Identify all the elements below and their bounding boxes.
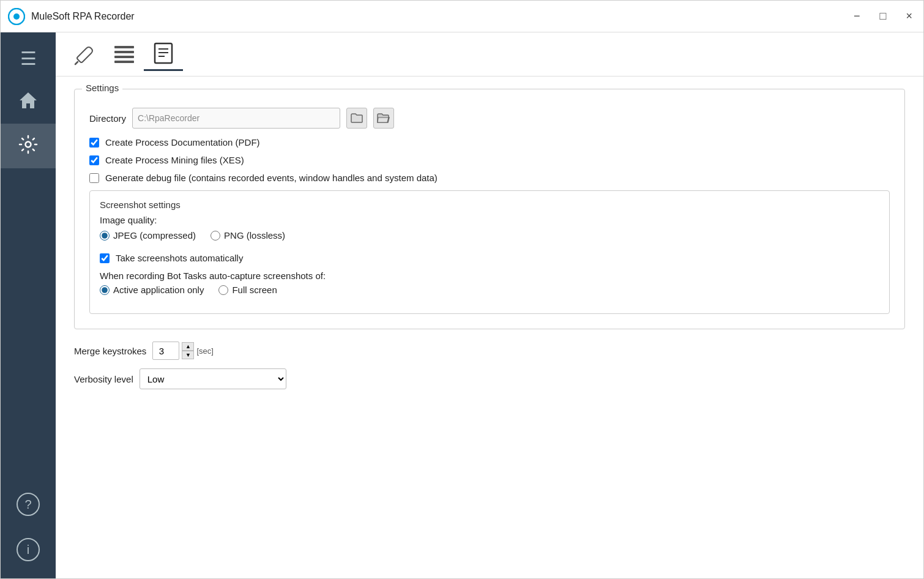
- toolbar-doc-button[interactable]: [144, 37, 183, 71]
- home-icon: [18, 90, 38, 113]
- merge-keystrokes-label: Merge keystrokes: [74, 346, 146, 356]
- maximize-button[interactable]: □: [876, 9, 890, 24]
- debug-file-label: Generate debug file (contains recorded e…: [105, 173, 438, 183]
- auto-screenshot-row: Take screenshots automatically: [100, 253, 879, 263]
- screenshot-section-title: Screenshot settings: [100, 200, 879, 210]
- browse-folder-button[interactable]: [346, 108, 367, 129]
- merge-keystrokes-unit: [sec]: [196, 346, 213, 356]
- full-screen-label: Full screen: [232, 285, 277, 295]
- main-layout: ☰ ?: [1, 32, 923, 578]
- folder-open-icon: [377, 113, 390, 124]
- settings-panel: Settings Directory: [56, 77, 923, 578]
- directory-input[interactable]: [132, 108, 340, 129]
- full-screen-radio[interactable]: [218, 285, 228, 295]
- titlebar: MuleSoft RPA Recorder − □ ×: [1, 1, 923, 32]
- svg-point-3: [26, 142, 31, 148]
- active-app-radio[interactable]: [100, 285, 110, 295]
- document-icon: [152, 42, 174, 64]
- create-xes-checkbox[interactable]: [89, 155, 99, 165]
- full-screen-radio-row: Full screen: [218, 285, 277, 295]
- open-folder-button[interactable]: [373, 108, 394, 129]
- minimize-button[interactable]: −: [850, 9, 864, 24]
- close-button[interactable]: ×: [902, 9, 916, 24]
- png-radio-row: PNG (lossless): [211, 230, 285, 241]
- sidebar-item-settings[interactable]: [1, 124, 56, 168]
- png-label: PNG (lossless): [224, 230, 285, 241]
- merge-keystrokes-spinner: ▲ ▼: [182, 342, 194, 359]
- menu-icon: ☰: [20, 50, 37, 68]
- sidebar-item-menu[interactable]: ☰: [1, 39, 56, 79]
- app-logo-icon: [8, 8, 25, 25]
- merge-keystrokes-row: Merge keystrokes ▲ ▼ [sec]: [74, 342, 905, 360]
- directory-label: Directory: [89, 113, 126, 124]
- svg-rect-8: [114, 61, 134, 63]
- merge-keystrokes-input[interactable]: [152, 342, 179, 360]
- settings-group-title: Settings: [82, 83, 122, 93]
- active-app-radio-row: Active application only: [100, 285, 204, 295]
- jpeg-radio-row: JPEG (compressed): [100, 230, 196, 241]
- create-pdf-label: Create Process Documentation (PDF): [105, 137, 260, 148]
- svg-rect-6: [114, 51, 134, 53]
- create-pdf-checkbox[interactable]: [89, 138, 99, 148]
- toolbar-settings-button[interactable]: [65, 39, 105, 70]
- sidebar: ☰ ?: [1, 32, 56, 578]
- auto-screenshot-label: Take screenshots automatically: [116, 253, 243, 263]
- debug-file-checkbox[interactable]: [89, 173, 99, 183]
- svg-rect-5: [114, 46, 134, 48]
- verbosity-level-row: Verbosity level Low Medium High: [74, 368, 905, 389]
- app-title: MuleSoft RPA Recorder: [31, 11, 135, 22]
- capture-radio-group: Active application only Full screen: [100, 285, 879, 299]
- toolbar: [56, 32, 923, 77]
- settings-icon: [18, 135, 38, 157]
- jpeg-label: JPEG (compressed): [113, 230, 196, 241]
- image-quality-label: Image quality:: [100, 215, 879, 225]
- help-icon: ?: [17, 493, 40, 516]
- merge-keystrokes-input-wrap: ▲ ▼ [sec]: [152, 342, 213, 360]
- sidebar-item-info[interactable]: i: [17, 527, 40, 572]
- checkbox-row-pdf: Create Process Documentation (PDF): [89, 137, 890, 148]
- svg-marker-2: [20, 92, 37, 108]
- create-xes-label: Create Process Mining files (XES): [105, 155, 244, 165]
- svg-line-4: [75, 62, 78, 64]
- capture-label: When recording Bot Tasks auto-capture sc…: [100, 271, 879, 281]
- titlebar-left: MuleSoft RPA Recorder: [8, 8, 135, 25]
- settings-group: Settings Directory: [74, 89, 905, 329]
- sidebar-item-help[interactable]: ?: [17, 482, 40, 527]
- sidebar-item-home[interactable]: [1, 79, 56, 124]
- folder-closed-icon: [351, 113, 363, 124]
- directory-row: Directory: [89, 108, 890, 129]
- svg-point-1: [13, 13, 20, 20]
- content-area: Settings Directory: [56, 32, 923, 578]
- sidebar-bottom: ? i: [17, 482, 40, 572]
- checkbox-row-debug: Generate debug file (contains recorded e…: [89, 173, 890, 183]
- info-icon: i: [17, 538, 40, 561]
- verbosity-label: Verbosity level: [74, 374, 133, 384]
- auto-screenshot-checkbox[interactable]: [100, 253, 110, 263]
- app-window: MuleSoft RPA Recorder − □ × ☰: [0, 0, 924, 579]
- toolbar-list-button[interactable]: [105, 39, 144, 70]
- wrench-icon: [74, 43, 96, 65]
- titlebar-controls: − □ ×: [850, 9, 916, 24]
- png-radio[interactable]: [211, 231, 220, 241]
- spin-up-button[interactable]: ▲: [182, 342, 194, 351]
- screenshot-section: Screenshot settings Image quality: JPEG …: [89, 190, 890, 314]
- verbosity-select[interactable]: Low Medium High: [140, 368, 286, 389]
- checkbox-row-xes: Create Process Mining files (XES): [89, 155, 890, 165]
- spin-down-button[interactable]: ▼: [182, 351, 194, 359]
- svg-rect-7: [114, 56, 134, 58]
- image-quality-radio-group: JPEG (compressed) PNG (lossless): [100, 230, 879, 244]
- active-app-label: Active application only: [113, 285, 204, 295]
- jpeg-radio[interactable]: [100, 231, 110, 241]
- list-icon: [113, 43, 135, 65]
